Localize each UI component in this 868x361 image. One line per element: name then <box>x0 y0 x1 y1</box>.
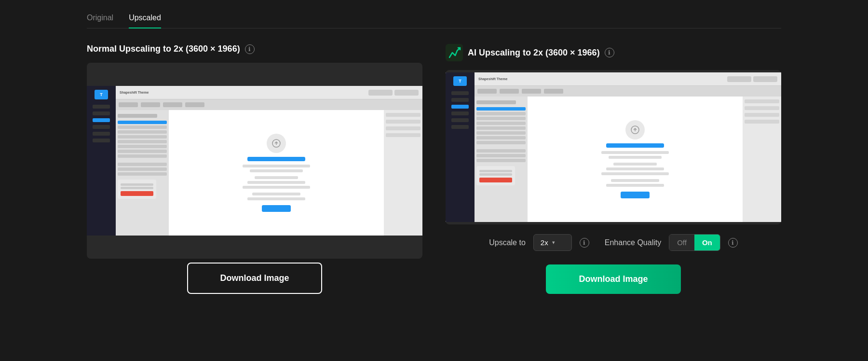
right-column: AI Upscaling to 2x (3600 × 1966) ℹ T <box>446 44 781 294</box>
sim-restart-line <box>121 183 153 186</box>
sim-text-line <box>252 193 300 195</box>
sim-text-line <box>601 151 669 154</box>
right-info-icon[interactable]: ℹ <box>605 48 614 57</box>
sim-toolbar-btn <box>119 102 138 107</box>
sim-text-line <box>609 156 662 159</box>
sim-content-left <box>169 110 384 236</box>
sim-text-line <box>606 167 664 170</box>
sim-right-bar <box>386 113 420 117</box>
right-section-title: AI Upscaling to 2x (3600 × 1966) <box>468 48 600 58</box>
sim-text-line <box>601 172 669 175</box>
left-image-preview: T Shapeshift Theme <box>87 63 422 259</box>
sim-restart-line <box>121 187 153 189</box>
sim-pill <box>394 90 419 96</box>
sim-right-panel-right <box>743 97 781 222</box>
sim-toolbar-left <box>116 99 422 110</box>
right-download-area: Download Image <box>446 264 781 294</box>
sim-sidebar-item <box>93 132 110 136</box>
sim-panel-title <box>118 114 157 118</box>
sim-text-line <box>247 197 305 200</box>
right-image-preview: T Shapeshift Theme <box>446 70 781 224</box>
sim-sidebar-item-active <box>451 105 469 109</box>
sim-sidebar-item <box>451 125 469 129</box>
sim-sidebar-item <box>93 105 110 109</box>
sim-nav-item <box>118 145 167 148</box>
sim-section-gap <box>476 149 526 162</box>
sim-text-line <box>255 176 298 179</box>
sim-section-gap <box>118 163 167 176</box>
sim-sidebar-item <box>451 111 469 115</box>
left-info-icon[interactable]: ℹ <box>245 44 255 54</box>
left-section-header: Normal Upscaling to 2x (3600 × 1966) ℹ <box>87 44 422 54</box>
sim-nav-item <box>118 163 167 166</box>
sim-restart-box-left <box>118 180 156 199</box>
tab-original[interactable]: Original <box>87 10 113 28</box>
right-section-header: AI Upscaling to 2x (3600 × 1966) ℹ <box>446 44 781 61</box>
toggle-on-button[interactable]: On <box>694 235 720 250</box>
sim-sidebar-item <box>93 111 110 115</box>
sim-text-line <box>243 165 310 167</box>
sim-wizard-icon <box>267 134 286 153</box>
enhance-label: Enhance Quality <box>605 238 661 247</box>
sim-sidebar-left: T <box>87 86 116 236</box>
sim-restart-line <box>479 170 512 172</box>
sim-wizard-title-right <box>606 143 664 148</box>
right-download-button[interactable]: Download Image <box>546 264 681 294</box>
sim-pill <box>727 76 751 82</box>
left-download-button[interactable]: Download Image <box>187 263 322 294</box>
sim-content-right <box>528 97 743 222</box>
controls-area: Upscale to 2x ▾ ℹ Enhance Quality Off On… <box>446 234 781 251</box>
sim-nav-item <box>118 172 167 176</box>
sim-sidebar-item <box>451 91 469 95</box>
sim-sidebar-item <box>451 118 469 122</box>
sim-text-line <box>247 181 305 184</box>
sim-nav-item <box>476 126 526 130</box>
sim-restart-line <box>479 173 512 176</box>
sim-toolbar-right <box>475 86 781 97</box>
sim-sidebar-item <box>451 98 469 102</box>
sim-nav-item <box>118 154 167 158</box>
sim-wizard-icon-right <box>625 120 645 139</box>
sim-right-bar <box>745 120 779 124</box>
toggle-off-button[interactable]: Off <box>669 235 694 250</box>
upscale-label: Upscale to <box>489 238 526 247</box>
sim-wizard-btn-right <box>621 192 650 198</box>
sim-right-bar <box>386 126 420 130</box>
enhance-info-icon[interactable]: ℹ <box>728 238 738 248</box>
upscale-info-icon[interactable]: ℹ <box>580 238 589 248</box>
sim-nav-item <box>118 125 167 129</box>
sim-toolbar-btn <box>544 89 563 94</box>
sim-sidebar-item <box>93 139 110 142</box>
sim-nav-item <box>476 112 526 115</box>
sim-nav-item <box>476 154 526 157</box>
left-section-title: Normal Upscaling to 2x (3600 × 1966) <box>87 44 240 54</box>
sim-nav-right <box>475 97 528 222</box>
left-column: Normal Upscaling to 2x (3600 × 1966) ℹ T <box>87 44 422 294</box>
sim-nav-item <box>118 130 167 134</box>
main-container: Original Upscaled Normal Upscaling to 2x… <box>0 0 868 294</box>
sim-toolbar-btn <box>477 89 497 94</box>
sim-nav-item <box>476 117 526 120</box>
tabs: Original Upscaled <box>87 10 781 28</box>
sim-text-line <box>250 169 303 172</box>
sim-nav-item <box>476 159 526 162</box>
tab-upscaled[interactable]: Upscaled <box>129 10 161 28</box>
sim-sidebar-right: T <box>446 72 475 222</box>
sim-pill <box>368 90 393 96</box>
sim-toolbar-btn <box>185 102 204 107</box>
sim-nav-item <box>476 136 526 139</box>
sim-sidebar-item-active <box>93 118 110 122</box>
sim-right-bar <box>745 113 779 117</box>
upscale-select[interactable]: 2x ▾ <box>533 234 572 251</box>
sim-text-line <box>611 179 659 182</box>
sim-nav-item <box>476 122 526 125</box>
sim-right-bar <box>745 99 779 103</box>
sim-nav-item <box>476 149 526 153</box>
ai-upscale-icon <box>446 44 463 61</box>
sim-main-left: Shapeshift Theme <box>116 86 422 236</box>
sim-text-line <box>613 163 657 166</box>
enhance-toggle: Off On <box>669 234 720 251</box>
sim-toolbar-btn <box>163 102 182 107</box>
sim-sidebar-item <box>93 125 110 129</box>
sim-nav-item <box>118 140 167 143</box>
